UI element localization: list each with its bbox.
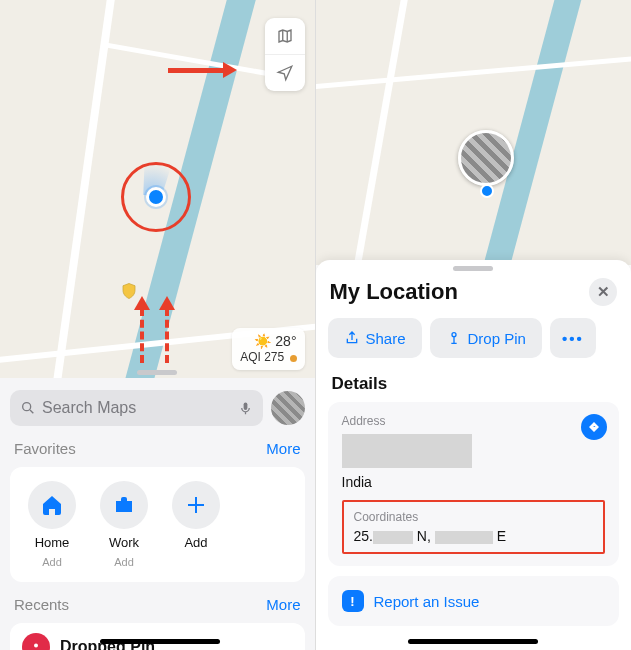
report-issue-label: Report an Issue — [374, 593, 480, 610]
aqi-label: AQI 275 — [240, 350, 284, 364]
pin-icon — [446, 330, 462, 346]
redaction-bar — [100, 639, 220, 644]
map-canvas[interactable] — [316, 0, 632, 265]
annotation-swipe-arrow — [165, 308, 173, 363]
location-sheet: My Location ✕ Share Drop Pin ••• Details — [316, 260, 632, 650]
address-country: India — [342, 474, 606, 490]
home-indicator[interactable] — [408, 639, 538, 644]
mic-icon[interactable] — [238, 399, 253, 417]
user-location-dot — [146, 187, 166, 207]
map-controls — [265, 18, 305, 91]
svg-point-0 — [23, 403, 31, 411]
recents-more-link[interactable]: More — [266, 596, 300, 613]
search-placeholder: Search Maps — [42, 399, 238, 417]
close-button[interactable]: ✕ — [589, 278, 617, 306]
share-button[interactable]: Share — [328, 318, 422, 358]
address-redacted — [342, 434, 472, 468]
drop-pin-button[interactable]: Drop Pin — [430, 318, 542, 358]
share-icon — [344, 330, 360, 346]
recents-item[interactable]: Dropped Pin — [10, 623, 305, 650]
search-icon — [20, 400, 36, 416]
my-location-screen: My Location ✕ Share Drop Pin ••• Details — [316, 0, 632, 650]
favorites-header: Favorites — [14, 440, 76, 457]
weather-chip[interactable]: ☀️ 28° AQI 275 — [232, 328, 304, 370]
search-input[interactable]: Search Maps — [10, 390, 263, 426]
lon-redacted — [435, 531, 493, 544]
locate-me-button[interactable] — [265, 54, 305, 91]
details-header: Details — [316, 370, 632, 402]
details-card: Address India Coordinates 25. N, E — [328, 402, 620, 566]
favorite-add[interactable]: Add — [160, 481, 232, 568]
favorites-card: Home Add Work Add Add — [10, 467, 305, 582]
favorite-work[interactable]: Work Add — [88, 481, 160, 568]
directions-button[interactable] — [581, 414, 607, 440]
ellipsis-icon: ••• — [562, 330, 584, 347]
favorites-more-link[interactable]: More — [266, 440, 300, 457]
svg-point-3 — [452, 333, 456, 337]
report-icon: ! — [342, 590, 364, 612]
plus-icon — [184, 493, 208, 517]
report-issue-button[interactable]: ! Report an Issue — [328, 576, 620, 626]
map-canvas[interactable]: ☀️ 28° AQI 275 — [0, 0, 315, 378]
temperature-value: 28° — [275, 333, 296, 349]
sheet-grabber[interactable] — [137, 370, 177, 375]
profile-avatar[interactable] — [271, 391, 305, 425]
annotation-swipe-arrow — [140, 308, 148, 363]
briefcase-icon — [112, 493, 136, 517]
search-sheet: Search Maps Favorites More Home Add Work — [0, 378, 315, 650]
more-actions-button[interactable]: ••• — [550, 318, 596, 358]
address-label: Address — [342, 414, 606, 428]
annotation-circle — [121, 162, 191, 232]
user-location-dot — [480, 184, 494, 198]
annotation-arrow — [168, 62, 237, 78]
svg-point-2 — [34, 644, 38, 648]
favorite-home[interactable]: Home Add — [16, 481, 88, 568]
home-icon — [40, 493, 64, 517]
coordinates-label: Coordinates — [354, 510, 594, 524]
recents-header: Recents — [14, 596, 69, 613]
pin-icon — [22, 633, 50, 650]
coordinates-section: Coordinates 25. N, E — [342, 500, 606, 554]
coordinates-value[interactable]: 25. N, E — [354, 528, 594, 544]
sheet-title: My Location — [330, 279, 458, 305]
sheet-grabber[interactable] — [453, 266, 493, 271]
lat-redacted — [373, 531, 413, 544]
maps-home-screen: ☀️ 28° AQI 275 Search Maps Favorites Mor… — [0, 0, 316, 650]
svg-rect-1 — [243, 402, 247, 410]
user-avatar-on-map[interactable] — [458, 130, 514, 186]
map-mode-button[interactable] — [265, 18, 305, 54]
